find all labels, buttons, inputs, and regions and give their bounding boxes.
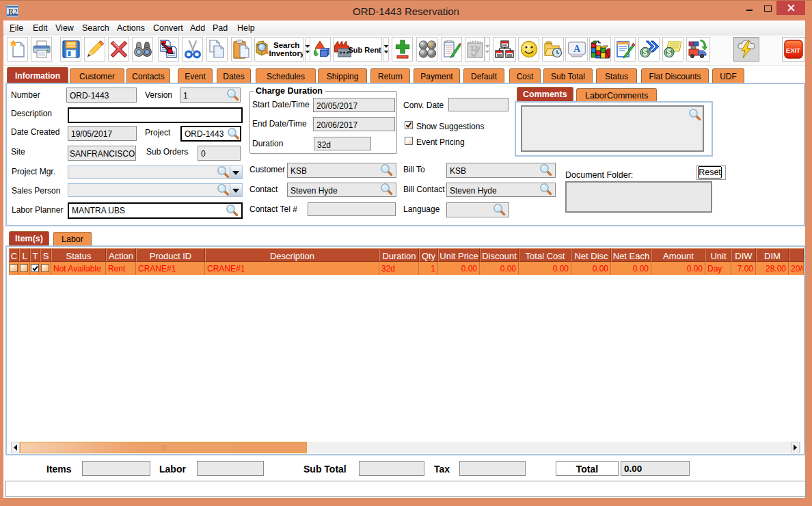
svg-text:$: $ <box>642 48 647 57</box>
svg-text:Search: Search <box>273 41 299 49</box>
svg-text:Inventory: Inventory <box>269 49 303 57</box>
svg-text:A: A <box>573 44 581 54</box>
svg-text:?: ? <box>429 42 433 49</box>
svg-text:EXIT: EXIT <box>786 46 800 54</box>
svg-text:$: $ <box>666 48 671 57</box>
svg-text:Sub Rent: Sub Rent <box>349 46 382 54</box>
